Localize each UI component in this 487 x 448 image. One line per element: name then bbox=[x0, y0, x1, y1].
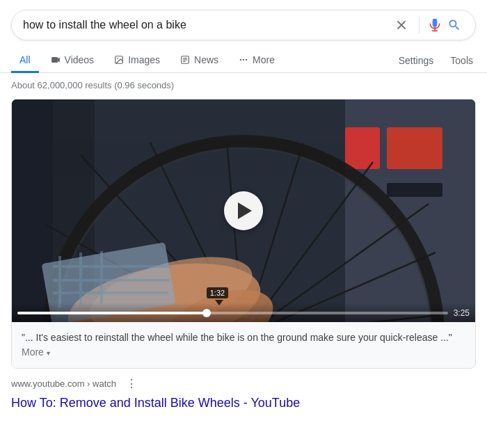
settings-label: Settings bbox=[399, 55, 434, 66]
timestamp-badge: 1:32 bbox=[207, 287, 228, 298]
divider bbox=[419, 17, 420, 33]
tab-all-label: All bbox=[19, 54, 31, 65]
search-icon bbox=[447, 18, 461, 32]
svg-point-3 bbox=[117, 58, 118, 59]
tooltip-arrow-icon bbox=[215, 300, 223, 305]
settings-button[interactable]: Settings bbox=[396, 49, 437, 72]
video-snippet: "... It's easiest to reinstall the wheel… bbox=[22, 330, 465, 360]
progress-bar[interactable]: 3:25 bbox=[17, 308, 470, 318]
voice-search-button[interactable] bbox=[425, 18, 445, 32]
duration-text: 3:25 bbox=[454, 308, 470, 318]
tools-label: Tools bbox=[450, 55, 473, 66]
tab-news-label: News bbox=[194, 54, 218, 65]
play-triangle-icon bbox=[238, 202, 252, 219]
chevron-down-icon: ▾ bbox=[47, 349, 50, 357]
play-button[interactable] bbox=[224, 191, 263, 230]
search-clear-button[interactable] bbox=[390, 19, 413, 31]
result-options-button[interactable]: ⋮ bbox=[122, 376, 141, 392]
progress-thumb bbox=[202, 309, 211, 317]
search-input[interactable] bbox=[23, 19, 390, 31]
tab-images[interactable]: Images bbox=[105, 49, 168, 73]
svg-rect-15 bbox=[387, 183, 442, 197]
tab-videos-label: Videos bbox=[65, 54, 95, 65]
svg-point-8 bbox=[240, 59, 241, 61]
microphone-icon bbox=[428, 18, 442, 32]
news-icon bbox=[179, 54, 191, 65]
tab-images-label: Images bbox=[128, 54, 160, 65]
tab-all[interactable]: All bbox=[11, 49, 39, 73]
snippet-more-button[interactable]: More ▾ bbox=[22, 346, 50, 358]
svg-rect-16 bbox=[345, 127, 380, 169]
result-title-container: How To: Remove and Install Bike Wheels -… bbox=[0, 392, 487, 417]
snippet-more-label: More bbox=[22, 346, 44, 358]
search-submit-button[interactable] bbox=[445, 18, 464, 32]
svg-rect-1 bbox=[51, 57, 58, 63]
svg-rect-0 bbox=[433, 27, 436, 29]
tab-news[interactable]: News bbox=[171, 49, 227, 73]
timestamp-text: 1:32 bbox=[210, 289, 225, 297]
tab-more-label: More bbox=[253, 54, 275, 65]
dots-icon: ⋮ bbox=[126, 378, 137, 390]
svg-rect-14 bbox=[387, 127, 442, 169]
tabs-container: All Videos Images News bbox=[0, 43, 487, 73]
video-icon bbox=[50, 54, 61, 65]
search-bar bbox=[11, 10, 476, 40]
video-thumbnail[interactable]: 1:32 3:25 bbox=[12, 99, 475, 322]
tab-more[interactable]: More bbox=[230, 49, 283, 73]
progress-track[interactable] bbox=[17, 312, 448, 314]
tools-button[interactable]: Tools bbox=[447, 49, 476, 72]
video-result-card: 1:32 3:25 "... It's easiest to reinstall… bbox=[11, 99, 476, 369]
images-icon bbox=[113, 54, 125, 65]
results-count-text: About 62,000,000 results (0.96 seconds) bbox=[11, 80, 174, 90]
tabs-right: Settings Tools bbox=[396, 49, 476, 72]
tab-videos[interactable]: Videos bbox=[42, 49, 103, 73]
svg-point-9 bbox=[243, 59, 244, 61]
close-icon bbox=[395, 19, 408, 31]
tabs-left: All Videos Images News bbox=[11, 49, 396, 72]
svg-point-10 bbox=[246, 59, 247, 61]
results-info: About 62,000,000 results (0.96 seconds) bbox=[0, 73, 487, 95]
snippet-text: "... It's easiest to reinstall the wheel… bbox=[22, 332, 452, 343]
progress-filled bbox=[17, 312, 207, 314]
video-info: "... It's easiest to reinstall the wheel… bbox=[12, 322, 475, 368]
result-title-link[interactable]: How To: Remove and Install Bike Wheels -… bbox=[11, 396, 300, 410]
url-line: www.youtube.com › watch ⋮ bbox=[0, 376, 487, 392]
video-progress-area: 1:32 3:25 bbox=[12, 303, 475, 322]
more-dots-icon bbox=[238, 54, 249, 65]
search-bar-container bbox=[0, 0, 487, 40]
result-url: www.youtube.com › watch bbox=[11, 378, 116, 389]
